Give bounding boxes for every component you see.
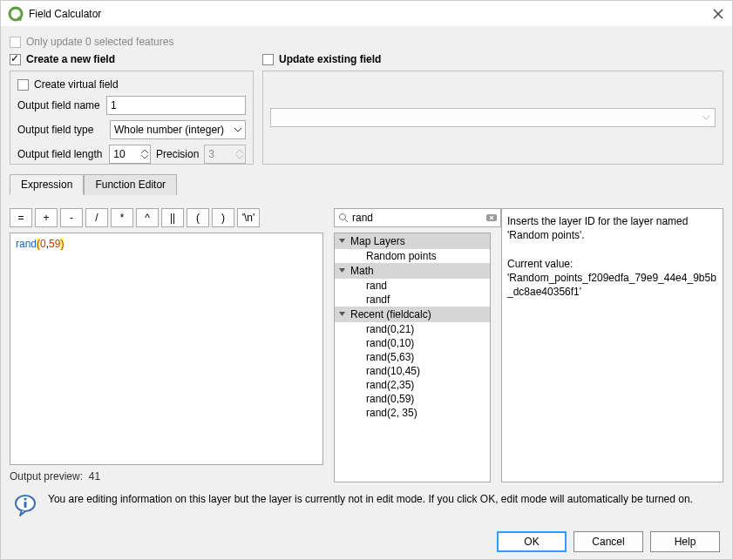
expression-textarea[interactable]: rand(0,59) (10, 233, 323, 465)
tree-item[interactable]: Random points (335, 249, 490, 263)
operator-button[interactable]: / (85, 208, 108, 227)
output-name-label: Output field name (17, 99, 101, 111)
update-existing-field-checkbox[interactable] (262, 54, 274, 65)
update-existing-field-label: Update existing field (279, 53, 381, 65)
operator-button[interactable]: - (60, 208, 83, 227)
help-button[interactable]: Help (650, 531, 720, 552)
close-icon[interactable] (711, 7, 725, 21)
operator-button[interactable]: ^ (136, 208, 159, 227)
footer-info: You are editing information on this laye… (10, 488, 723, 521)
preview-value: 41 (89, 470, 100, 482)
tree-item[interactable]: rand (335, 279, 490, 293)
only-update-checkbox (10, 37, 21, 48)
tree-item[interactable]: rand(2,35) (335, 378, 490, 392)
search-input[interactable] (352, 212, 483, 224)
output-length-spin[interactable]: 10 (109, 145, 151, 164)
function-tree-column: Show Help Map LayersRandom pointsMathran… (334, 208, 491, 482)
field-calculator-window: Field Calculator Only update 0 selected … (0, 0, 733, 560)
create-virtual-label: Create virtual field (34, 78, 119, 91)
preview-label: Output preview: (10, 470, 83, 482)
only-update-label: Only update 0 selected features (26, 36, 173, 48)
titlebar: Field Calculator (1, 1, 732, 27)
output-preview: Output preview: 41 (10, 470, 323, 482)
cancel-button[interactable]: Cancel (574, 531, 643, 552)
expr-fn: rand (16, 238, 37, 250)
output-type-label: Output field type (17, 124, 105, 136)
precision-label: Precision (156, 148, 199, 160)
help-line2: Current value: (507, 257, 717, 271)
help-line3: 'Random_points_f209edfa_79e9_44e4_9b5b_d… (507, 271, 717, 299)
operator-button[interactable]: '\n' (237, 208, 260, 227)
output-name-input[interactable] (106, 96, 246, 115)
output-type-combo[interactable]: Whole number (integer) (110, 120, 246, 139)
expr-close-paren: ) (60, 238, 64, 250)
tree-group-header[interactable]: Map Layers (335, 233, 490, 249)
precision-value: 3 (208, 148, 214, 160)
output-type-value: Whole number (integer) (114, 124, 224, 136)
precision-spin: 3 (204, 145, 246, 164)
search-box[interactable] (334, 208, 501, 227)
new-field-group: Create virtual field Output field name O… (10, 71, 254, 165)
tree-item[interactable]: rand(2, 35) (335, 406, 490, 420)
tab-function-editor[interactable]: Function Editor (84, 174, 177, 195)
only-update-row: Only update 0 selected features (10, 36, 723, 48)
ok-button[interactable]: OK (497, 531, 567, 552)
tab-expression[interactable]: Expression (10, 174, 84, 195)
tree-item[interactable]: rand(10,45) (335, 364, 490, 378)
operator-button[interactable]: ) (212, 208, 234, 227)
search-icon (338, 213, 349, 223)
svg-point-2 (340, 214, 346, 220)
operator-button[interactable]: || (161, 208, 184, 227)
chevron-down-icon (338, 237, 346, 245)
app-icon (8, 6, 24, 22)
create-new-field-checkbox[interactable] (10, 54, 21, 65)
svg-rect-7 (24, 502, 27, 508)
footer-info-text: You are editing information on this laye… (48, 493, 693, 505)
svg-line-3 (345, 219, 348, 222)
chevron-down-icon (702, 114, 709, 121)
operator-row: =+-/*^||()'\n' (10, 208, 323, 227)
spin-down-icon[interactable] (141, 154, 148, 159)
chevron-down-icon (338, 267, 346, 274)
tree-item[interactable]: rand(0,10) (335, 336, 490, 350)
tree-group-header[interactable]: Math (335, 263, 490, 279)
expr-arg1: 0 (40, 238, 46, 250)
window-title: Field Calculator (29, 8, 711, 20)
tree-item[interactable]: rand(5,63) (335, 350, 490, 364)
chevron-down-icon (234, 126, 241, 133)
create-virtual-checkbox[interactable] (17, 79, 29, 91)
dialog-button-row: OK Cancel Help (10, 526, 723, 554)
function-tree[interactable]: Map LayersRandom pointsMathrandrandfRece… (334, 233, 491, 482)
output-length-value: 10 (113, 148, 125, 160)
operator-button[interactable]: * (111, 208, 133, 227)
existing-field-combo (270, 108, 716, 127)
operator-button[interactable]: + (35, 208, 58, 227)
help-pane: Inserts the layer ID for the layer named… (501, 208, 723, 482)
chevron-down-icon (338, 310, 346, 318)
tree-item[interactable]: rand(0,21) (335, 322, 490, 336)
update-existing-group (262, 71, 723, 165)
spin-down-icon (236, 154, 243, 159)
expression-tabpane: =+-/*^||()'\n' rand(0,59) Output preview… (10, 199, 723, 482)
tree-item[interactable]: rand(0,59) (335, 392, 490, 406)
help-line1: Inserts the layer ID for the layer named… (507, 214, 717, 242)
output-length-label: Output field length (17, 148, 104, 160)
svg-point-6 (24, 497, 26, 500)
info-icon (13, 493, 37, 517)
expression-column: =+-/*^||()'\n' rand(0,59) Output preview… (10, 208, 323, 482)
tree-group-header[interactable]: Recent (fieldcalc) (335, 307, 490, 322)
clear-search-icon[interactable] (486, 213, 497, 223)
operator-button[interactable]: ( (187, 208, 209, 227)
tab-bar: Expression Function Editor (10, 173, 723, 194)
operator-button[interactable]: = (10, 208, 32, 227)
expr-arg2: 59 (49, 238, 60, 250)
tree-item[interactable]: randf (335, 293, 490, 307)
create-new-field-label: Create a new field (26, 53, 115, 65)
